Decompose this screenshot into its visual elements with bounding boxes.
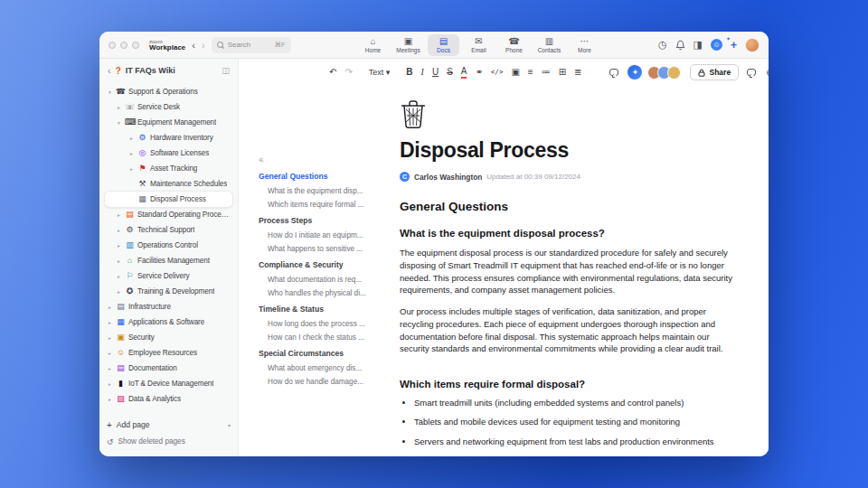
- sidebar-item-applications-software[interactable]: ▸ ▦ Applications & Software: [105, 314, 232, 330]
- sidebar-item-standard-operating-procedures[interactable]: ▸ ▤ Standard Operating Procedures: [105, 207, 232, 222]
- chevron-icon[interactable]: ▸: [128, 151, 135, 156]
- traffic-light-close[interactable]: [108, 42, 116, 49]
- outline-item[interactable]: Which items require formal ...: [268, 201, 387, 209]
- sidebar-item-employee-resources[interactable]: ▸ ☺ Employee Resources: [105, 345, 232, 361]
- tab-more[interactable]: ⋯ More: [569, 34, 600, 56]
- outline-item[interactable]: General Questions: [259, 172, 387, 181]
- chevron-icon[interactable]: ▸: [116, 212, 122, 218]
- bell-icon[interactable]: [675, 40, 685, 51]
- add-page-button[interactable]: + Add page ▾: [107, 418, 231, 432]
- sidebar-item-iot-device-management[interactable]: ▸ ▮ IoT & Device Management: [105, 376, 232, 391]
- show-deleted-pages-button[interactable]: ↺ Show deleted pages: [107, 435, 231, 448]
- traffic-light-zoom[interactable]: [132, 42, 139, 49]
- sidebar-item-documentation[interactable]: ▸ ▤ Documentation: [105, 361, 232, 376]
- inline-code-icon[interactable]: </>: [491, 69, 504, 76]
- comment-icon[interactable]: [609, 69, 618, 76]
- chevron-icon[interactable]: ▸: [116, 243, 122, 249]
- sidebar-collapse-icon[interactable]: ◫: [222, 66, 230, 75]
- sidebar-item-asset-tracking[interactable]: ▸ ⚑ Asset Tracking: [105, 161, 232, 176]
- sidebar-item-training-development[interactable]: ▸ ✪ Training & Development: [105, 284, 232, 299]
- chevron-icon[interactable]: ▸: [128, 136, 135, 141]
- tab-meetings[interactable]: ▣ Meetings: [392, 34, 424, 56]
- back-button[interactable]: ‹: [192, 40, 195, 51]
- chevron-icon[interactable]: ▸: [107, 305, 113, 310]
- strikethrough-button[interactable]: S: [447, 68, 453, 77]
- profile-avatar[interactable]: [745, 38, 760, 52]
- chevron-down-icon[interactable]: ▾: [228, 422, 231, 428]
- sidebar-item-support-operations[interactable]: ▾ ☎ Support & Operations: [105, 84, 232, 99]
- outline-item[interactable]: Special Circumstances: [259, 349, 387, 358]
- sidebar-item-service-desk[interactable]: ▸ ☏ Service Desk: [105, 99, 232, 115]
- sidebar-item-disposal-process[interactable]: ▦ Disposal Process: [105, 192, 232, 207]
- chevron-icon[interactable]: ▸: [116, 289, 122, 295]
- text-style-dropdown[interactable]: Text ▾: [369, 69, 391, 77]
- numbered-list-icon[interactable]: ≔: [542, 68, 551, 77]
- layout-panel-icon[interactable]: ◨: [693, 40, 703, 50]
- italic-button[interactable]: I: [421, 68, 424, 77]
- chevron-icon[interactable]: ▸: [107, 335, 113, 341]
- link-icon[interactable]: ⚭: [475, 68, 482, 77]
- chevron-icon[interactable]: ▸: [107, 366, 113, 371]
- sidebar-item-operations-control[interactable]: ▸ ▥ Operations Control: [105, 238, 232, 253]
- sidebar-item-technical-support[interactable]: ▸ ⚙ Technical Support: [105, 222, 232, 238]
- code-block-icon[interactable]: ▣: [511, 68, 519, 77]
- underline-button[interactable]: U: [432, 68, 439, 77]
- sidebar-item-equipment-management[interactable]: ▾ ⌨ Equipment Management: [105, 115, 232, 130]
- forward-button[interactable]: ›: [202, 40, 205, 51]
- sidebar-item-security[interactable]: ▸ ▣ Security: [105, 330, 232, 345]
- presence-avatar[interactable]: ☺: [711, 39, 722, 51]
- outline-item[interactable]: What is the equipment disp...: [268, 187, 387, 195]
- add-new-button[interactable]: ✦ +: [731, 40, 737, 51]
- globe-icon[interactable]: ⊕: [766, 68, 769, 78]
- align-icon[interactable]: ≣: [574, 68, 581, 77]
- bold-button[interactable]: B: [406, 68, 412, 77]
- outline-item[interactable]: Who handles the physical di...: [268, 289, 387, 297]
- redo-icon[interactable]: ↷: [344, 68, 352, 77]
- outline-item[interactable]: What documentation is req...: [268, 276, 387, 284]
- chevron-icon[interactable]: ▸: [107, 320, 113, 325]
- sidebar-back-icon[interactable]: ‹: [108, 65, 111, 76]
- tab-home[interactable]: ⌂ Home: [357, 34, 389, 56]
- chevron-icon[interactable]: ▸: [107, 381, 113, 387]
- insert-table-icon[interactable]: ⊞: [559, 68, 566, 77]
- collaborator-avatar[interactable]: [667, 66, 681, 80]
- tab-phone[interactable]: ☎ Phone: [498, 34, 530, 56]
- tab-email[interactable]: ✉ Email: [463, 34, 495, 56]
- chevron-icon[interactable]: ▸: [107, 351, 113, 356]
- bullet-list-icon[interactable]: ≡: [528, 68, 533, 77]
- sidebar-item-software-licenses[interactable]: ▸ ◎ Software Licenses: [105, 145, 232, 161]
- outline-item[interactable]: What happens to sensitive ...: [268, 245, 387, 253]
- tab-contacts[interactable]: ▥ Contacts: [533, 34, 565, 56]
- outline-item[interactable]: Process Steps: [259, 216, 387, 225]
- sidebar-item-hardware-inventory[interactable]: ▸ ⚙ Hardware Inventory: [105, 130, 232, 145]
- collapse-outline-icon[interactable]: «: [259, 155, 387, 164]
- chevron-icon[interactable]: ▸: [107, 397, 113, 402]
- search-input[interactable]: Search ⌘F: [212, 37, 291, 53]
- comments-panel-icon[interactable]: [747, 69, 756, 76]
- chevron-icon[interactable]: ▸: [116, 105, 122, 110]
- sidebar-item-infrastructure[interactable]: ▸ ▤ Infrastructure: [105, 299, 232, 314]
- chevron-icon[interactable]: ▸: [116, 274, 122, 279]
- chevron-icon[interactable]: ▸: [116, 258, 122, 264]
- outline-item[interactable]: Compliance & Security: [259, 260, 387, 269]
- outline-item[interactable]: How do we handle damage...: [268, 378, 387, 386]
- chevron-icon[interactable]: ▾: [107, 89, 113, 95]
- sidebar-item-facilities-management[interactable]: ▸ ⌂ Facilities Management: [105, 253, 232, 268]
- sidebar-item-maintenance-schedules[interactable]: ⚒ Maintenance Schedules: [105, 176, 232, 192]
- text-color-button[interactable]: A: [461, 67, 467, 79]
- undo-icon[interactable]: ↶: [329, 68, 336, 77]
- share-button[interactable]: Share: [690, 64, 739, 80]
- outline-item[interactable]: What about emergency dis...: [268, 364, 387, 372]
- outline-item[interactable]: How long does the process ...: [268, 320, 387, 328]
- chevron-icon[interactable]: ▸: [116, 228, 122, 233]
- sidebar-item-data-analytics[interactable]: ▸ ▨ Data & Analytics: [105, 391, 232, 407]
- outline-item[interactable]: How can I check the status ...: [268, 333, 387, 342]
- tab-docs[interactable]: ▤ Docs: [428, 34, 459, 56]
- clock-icon[interactable]: ◷: [658, 40, 667, 50]
- sidebar-item-service-delivery[interactable]: ▸ ⚐ Service Delivery: [105, 268, 232, 284]
- chevron-icon[interactable]: ▸: [128, 166, 135, 172]
- outline-item[interactable]: How do I initiate an equipm...: [268, 231, 387, 239]
- page-emoji[interactable]: [400, 99, 736, 133]
- chevron-icon[interactable]: ▾: [116, 120, 122, 126]
- traffic-light-minimize[interactable]: [120, 42, 127, 49]
